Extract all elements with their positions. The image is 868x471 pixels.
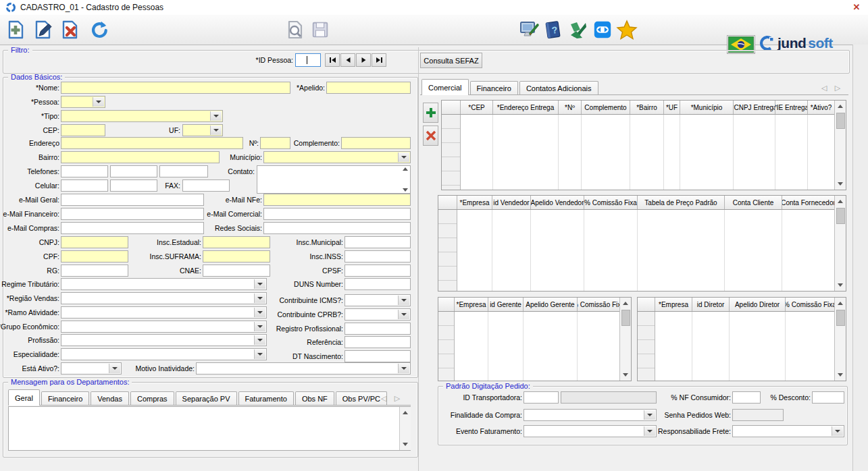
dropdown-button[interactable] [832,426,843,436]
tab-obs-nf[interactable]: Obs NF [295,391,334,406]
column-header-uf[interactable]: *UF [664,101,680,114]
scroll-thumb[interactable] [836,208,845,224]
find-document-button[interactable] [282,18,307,41]
tab-scroll-left-icon[interactable]: ◁ [378,392,389,404]
appearance-button[interactable] [517,18,541,41]
scroll-down-icon[interactable] [620,370,630,380]
vertical-scrollbar[interactable] [834,101,846,190]
column-header-cep[interactable]: *CEP [461,101,493,114]
vertical-scrollbar[interactable] [834,298,846,381]
column-header-endereco-entrega[interactable]: *Endereço Entrega [493,101,559,114]
redes-sociais-input[interactable] [263,222,411,234]
telefone2-input[interactable] [110,165,157,177]
especialidade-combo[interactable] [61,348,267,360]
tab-scroll-right-icon[interactable]: ▷ [392,392,403,404]
column-header-id-diretor[interactable]: id Diretor [692,298,730,311]
dt-nascimento-input[interactable] [344,350,411,362]
column-header-apelido-diretor[interactable]: Apelido Diretor [730,298,786,311]
save-button[interactable] [308,18,332,41]
registro-profissional-input[interactable] [344,323,411,335]
column-header-comissao-fixa[interactable]: % Comissão Fixa [584,196,638,209]
column-header-comissao-fixa[interactable]: % Comissão Fixa [786,298,834,311]
scroll-down-icon[interactable] [835,179,845,189]
dropdown-button[interactable] [398,310,409,319]
tab-compras[interactable]: Compras [130,391,174,406]
uf-combo[interactable] [182,124,223,136]
column-header-tabela-preco[interactable]: Tabela de Preço Padrão [638,196,725,209]
dropdown-button[interactable] [93,97,104,107]
responsabilidade-frete-combo[interactable] [732,425,844,437]
export-excel-button[interactable] [566,18,590,41]
column-header-empresa[interactable]: *Empresa [455,298,488,311]
teamviewer-button[interactable] [590,18,615,41]
scroll-up-icon[interactable] [400,408,410,418]
scroll-down-icon[interactable] [835,370,845,380]
scroll-up-icon[interactable] [835,298,845,308]
scroll-thumb[interactable] [836,310,845,326]
dropdown-button[interactable] [210,111,222,121]
vertical-scrollbar[interactable] [834,196,846,291]
scroll-up-icon[interactable] [835,196,845,206]
scroll-down-icon[interactable] [400,439,410,449]
column-header-apelido-gerente[interactable]: Apelido Gerente [524,298,578,311]
contribuinte-icms-combo[interactable] [344,294,411,306]
fax-input[interactable] [182,179,230,192]
tab-scroll-left-icon[interactable]: ◁ [819,82,829,94]
close-button[interactable]: ✕ [850,0,863,15]
row-selector-gutter[interactable] [638,312,655,381]
column-header-empresa[interactable]: *Empresa [655,298,692,311]
apelido-input[interactable] [326,82,411,94]
dropdown-button[interactable] [398,296,409,305]
nav-last-button[interactable] [372,53,386,67]
tab-faturamento[interactable]: Faturamento [238,391,294,406]
column-header-complemento[interactable]: Complemento [582,101,630,114]
dropdown-button[interactable] [398,364,409,373]
column-header-bairro[interactable]: *Bairro [630,101,664,114]
mensagem-textarea[interactable] [8,406,411,451]
column-header-cnpj-entrega[interactable]: *CNPJ Entrega [734,101,775,114]
mensagem-scrollbar[interactable] [399,407,411,450]
scroll-up-icon[interactable] [620,298,630,308]
scroll-up-icon[interactable] [835,101,845,111]
nav-first-button[interactable] [325,53,340,67]
scroll-down-icon[interactable] [835,280,845,290]
column-header-ie-entrega[interactable]: *IE Entrega [775,101,808,114]
insc-municipal-input[interactable] [344,236,411,248]
contribuinte-cprb-combo[interactable] [344,308,411,321]
insc-inss-input[interactable] [344,250,411,262]
tab-contatos-adicionais[interactable]: Contatos Adicionais [519,81,598,95]
column-header-conta-fornecedor[interactable]: Conta Fornecedor [782,196,834,209]
column-header-conta-cliente[interactable]: Conta Cliente [725,196,782,209]
regiao-vendas-combo[interactable] [61,292,267,304]
email-nfe-input[interactable] [263,194,411,206]
column-header-comissao-fixa[interactable]: % Comissão Fixa [578,298,619,311]
grid-delete-row-button[interactable] [423,126,438,146]
tab-vendas[interactable]: Vendas [91,391,129,406]
desconto-input[interactable] [812,391,844,404]
edit-record-button[interactable] [30,18,55,41]
regime-tributario-combo[interactable] [61,278,267,290]
column-header-apelido-vendedor[interactable]: Apelido Vendedor [531,196,584,209]
id-transportadora-input[interactable] [524,391,559,404]
scroll-thumb[interactable] [836,113,845,129]
column-header-id-gerente[interactable]: id Gerente [488,298,524,311]
municipio-combo[interactable] [263,151,411,163]
contato-scrollbar[interactable] [402,167,409,192]
grupo-economico-combo[interactable] [61,321,267,333]
row-selector-gutter[interactable] [438,210,457,291]
cpsf-input[interactable] [344,265,411,277]
scroll-down-icon[interactable] [403,188,408,192]
row-selector-gutter[interactable] [442,115,461,190]
refresh-button[interactable] [86,18,111,41]
delete-record-button[interactable] [57,18,82,41]
nav-prev-button[interactable] [340,53,355,67]
column-header-id-vendedor[interactable]: id Vendedor [492,196,531,209]
column-header-ativo[interactable]: *Ativo? [808,101,834,114]
tab-geral[interactable]: Geral [8,389,40,406]
tab-financeiro[interactable]: Financeiro [470,81,518,95]
referencia-input[interactable] [344,336,411,348]
scroll-up-icon[interactable] [403,167,408,171]
dropdown-button[interactable] [210,126,222,135]
telefone1-input[interactable] [61,165,108,177]
scroll-thumb[interactable] [621,310,630,326]
